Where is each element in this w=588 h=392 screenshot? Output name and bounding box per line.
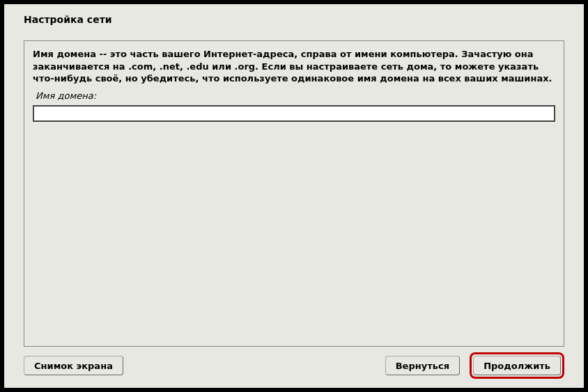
page-title: Настройка сети xyxy=(4,4,584,32)
content-panel: Имя домена -- это часть вашего Интернет-… xyxy=(24,40,564,347)
continue-button[interactable]: Продолжить xyxy=(473,356,561,375)
installer-window: Настройка сети Имя домена -- это часть в… xyxy=(4,4,584,388)
continue-highlight: Продолжить xyxy=(470,352,564,379)
domain-label: Имя домена: xyxy=(36,91,555,101)
back-button[interactable]: Вернуться xyxy=(385,356,460,375)
button-row: Снимок экрана Вернуться Продолжить xyxy=(24,354,564,375)
domain-input[interactable] xyxy=(33,105,555,122)
screenshot-button[interactable]: Снимок экрана xyxy=(24,356,123,375)
description-text: Имя домена -- это часть вашего Интернет-… xyxy=(33,48,555,85)
